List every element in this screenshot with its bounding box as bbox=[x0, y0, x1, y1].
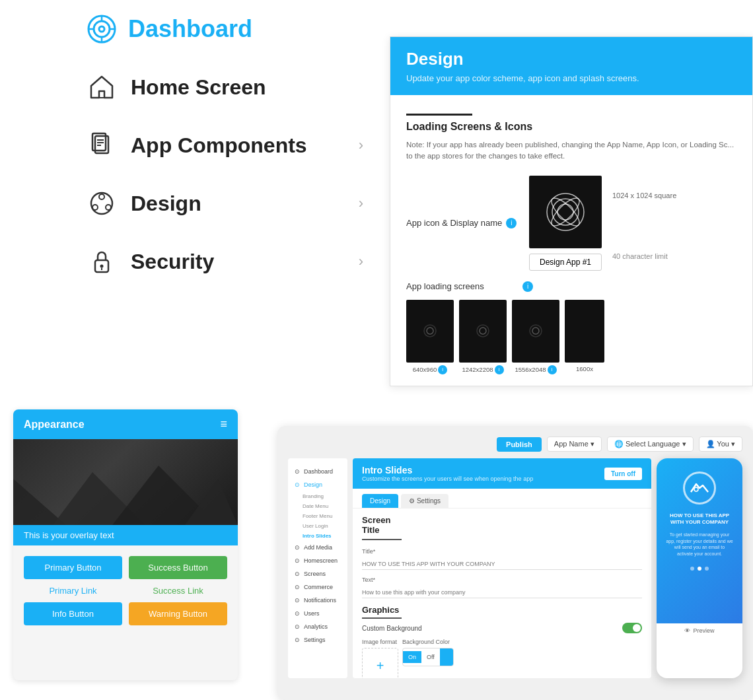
phone-mockup: HOW TO USE THIS APP WITH YOUR COMPANY To… bbox=[657, 458, 742, 678]
phone-body: To get started managing your app, regist… bbox=[666, 532, 733, 557]
sidebar-user-login[interactable]: User Login bbox=[288, 521, 347, 531]
success-link[interactable]: Success Link bbox=[129, 586, 227, 596]
app-icon-svg bbox=[542, 189, 589, 235]
app-components-nav-item[interactable]: App Components › bbox=[86, 129, 363, 161]
app-components-icon bbox=[86, 129, 118, 161]
home-screen-nav-item[interactable]: Home Screen bbox=[86, 71, 363, 103]
primary-button[interactable]: Primary Button bbox=[24, 556, 122, 579]
intro-form: Screen Title Title* Text* Graphics Custo… bbox=[353, 508, 651, 678]
screen-1[interactable]: 640x960 i bbox=[406, 300, 454, 374]
security-chevron: › bbox=[359, 253, 363, 270]
text-field-label: Text* bbox=[362, 577, 642, 583]
appearance-title: Appearance bbox=[24, 419, 85, 431]
app-loading-info-badge[interactable]: i bbox=[522, 281, 533, 292]
sidebar-screens[interactable]: ⊙ Screens bbox=[288, 567, 347, 580]
sidebar-commerce[interactable]: ⊙ Commerce bbox=[288, 580, 347, 594]
intro-main-subtitle: Customize the screens your users will se… bbox=[362, 475, 533, 482]
app-icon-thumbnail[interactable] bbox=[529, 176, 602, 248]
sidebar-homescreen[interactable]: ⊙ Homescreen bbox=[288, 554, 347, 567]
loading-screens-title: Loading Screens & Icons bbox=[406, 121, 736, 133]
app-icon-name-field[interactable]: Design App #1 bbox=[529, 254, 602, 271]
title-input[interactable] bbox=[362, 559, 642, 570]
app-header: Appearance ≡ bbox=[13, 409, 238, 439]
screen-4[interactable]: 1600x bbox=[565, 300, 604, 372]
hero-triangles-svg bbox=[13, 439, 238, 525]
sidebar-footer-menu[interactable]: Footer Menu bbox=[288, 511, 347, 521]
tab-design[interactable]: Design bbox=[362, 494, 398, 508]
appearance-card: Appearance ≡ This is your overlay text P… bbox=[13, 409, 238, 680]
security-nav-item[interactable]: Security › bbox=[86, 246, 363, 277]
sidebar-dashboard[interactable]: ⊙ Dashboard bbox=[288, 465, 347, 478]
custom-bg-label: Custom Background bbox=[362, 625, 422, 632]
warning-button[interactable]: Warning Button bbox=[129, 602, 227, 625]
color-swatch[interactable] bbox=[440, 648, 453, 666]
svg-point-18 bbox=[100, 265, 104, 268]
graphics-title: Graphics bbox=[362, 605, 402, 619]
design-panel-title: Design bbox=[406, 49, 736, 69]
dashboard-nav-item[interactable]: Dashboard bbox=[86, 13, 363, 45]
intro-slides-panel: Publish App Name ▾ 🌐 Select Language ▾ 👤… bbox=[277, 426, 753, 700]
screen-2[interactable]: 1242x2208 i bbox=[459, 300, 507, 374]
publish-button[interactable]: Publish bbox=[497, 437, 542, 452]
design-icon bbox=[86, 188, 118, 219]
screen-icon-1 bbox=[422, 323, 438, 339]
title-field-label: Title* bbox=[362, 548, 642, 555]
app-icon-info-badge[interactable]: i bbox=[506, 218, 517, 228]
security-icon bbox=[86, 246, 118, 277]
intro-layout: ⊙ Dashboard ⊙ Design Branding Date Menu … bbox=[288, 458, 742, 678]
image-upload-box[interactable]: + bbox=[362, 648, 398, 678]
text-field: Text* bbox=[362, 577, 642, 598]
preview-text: Preview bbox=[693, 627, 714, 634]
svg-point-25 bbox=[427, 328, 433, 334]
toggle-off-button[interactable]: Off bbox=[421, 651, 440, 663]
intro-tabs: Design ⚙ Settings bbox=[353, 489, 651, 508]
svg-point-29 bbox=[532, 328, 539, 334]
language-selector[interactable]: 🌐 Select Language ▾ bbox=[607, 437, 694, 452]
overlay-text: This is your overlay text bbox=[24, 530, 114, 540]
tab-settings[interactable]: ⚙ Settings bbox=[401, 494, 448, 508]
user-selector[interactable]: 👤 You ▾ bbox=[699, 437, 742, 452]
text-input[interactable] bbox=[362, 587, 642, 598]
sidebar-branding[interactable]: Branding bbox=[288, 491, 347, 501]
sidebar-settings[interactable]: ⊙ Settings bbox=[288, 633, 347, 647]
sidebar-date-menu[interactable]: Date Menu bbox=[288, 501, 347, 511]
sidebar-users[interactable]: ⊙ Users bbox=[288, 607, 347, 620]
svg-point-27 bbox=[480, 328, 486, 334]
sidebar-analytics[interactable]: ⊙ Analytics bbox=[288, 620, 347, 633]
hamburger-icon[interactable]: ≡ bbox=[220, 417, 227, 431]
title-field: Title* bbox=[362, 548, 642, 570]
loading-screens-section-title bbox=[406, 108, 472, 116]
sidebar-add-media[interactable]: ⊙ Add Media bbox=[288, 541, 347, 554]
svg-point-13 bbox=[91, 193, 112, 214]
svg-point-35 bbox=[694, 487, 698, 491]
screen-3[interactable]: 1556x2048 i bbox=[512, 300, 559, 374]
security-label: Security bbox=[131, 250, 345, 274]
custom-bg-toggle[interactable] bbox=[622, 623, 642, 633]
phone-preview-label: 👁 Preview bbox=[657, 623, 742, 638]
screen-icon-2 bbox=[475, 323, 491, 339]
app-name-selector[interactable]: App Name ▾ bbox=[547, 437, 602, 452]
sidebar-design[interactable]: ⊙ Design bbox=[288, 478, 347, 491]
success-button[interactable]: Success Button bbox=[129, 556, 227, 579]
phone-dots bbox=[690, 567, 709, 571]
screen-title-label: Screen Title bbox=[362, 515, 402, 540]
overlay-text-bar: This is your overlay text bbox=[13, 525, 238, 545]
info-button[interactable]: Info Button bbox=[24, 602, 122, 625]
design-nav-item[interactable]: Design › bbox=[86, 188, 363, 219]
app-loading-label: App loading screens bbox=[406, 281, 519, 291]
sidebar-intro-slides[interactable]: Intro Slides bbox=[288, 531, 347, 541]
preview-icon: 👁 bbox=[684, 627, 690, 634]
svg-point-22 bbox=[557, 204, 573, 220]
primary-link[interactable]: Primary Link bbox=[24, 586, 122, 596]
svg-point-14 bbox=[99, 194, 104, 199]
bg-color-toggle: On Off bbox=[402, 648, 454, 666]
design-panel-subtitle: Update your app color scheme, app icon a… bbox=[406, 73, 736, 83]
sidebar-notifications[interactable]: ⊙ Notifications bbox=[288, 594, 347, 607]
loading-screens-row: 640x960 i 1242x2208 i 15 bbox=[406, 300, 736, 374]
toggle-on-button[interactable]: On bbox=[403, 651, 421, 663]
image-selector-row: Image format + Background Color On Off bbox=[362, 639, 642, 678]
app-hero bbox=[13, 439, 238, 525]
svg-point-15 bbox=[106, 205, 111, 210]
svg-point-28 bbox=[477, 325, 489, 337]
turn-off-button[interactable]: Turn off bbox=[604, 468, 642, 480]
